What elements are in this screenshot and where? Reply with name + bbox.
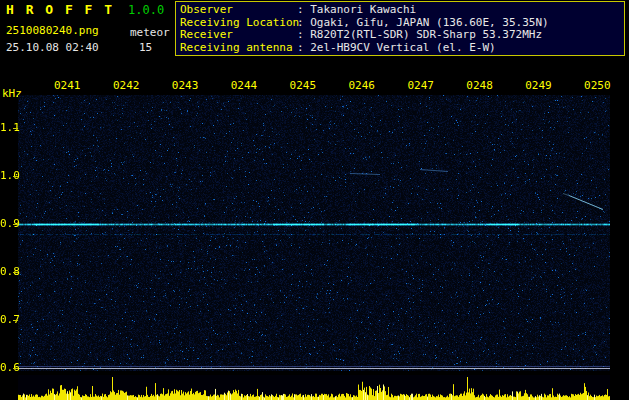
info-label: Receiver <box>180 29 297 42</box>
info-panel: Observer: Takanori Kawachi Receiving Loc… <box>175 1 625 56</box>
x-axis-label: 0245 <box>290 79 317 92</box>
info-row: Receiving antenna: 2el-HB9CV Vertical (e… <box>180 42 624 55</box>
y-axis-tick <box>13 176 18 177</box>
info-value: : R820T2(RTL-SDR) SDR-Sharp 53.372MHz <box>297 28 542 41</box>
x-axis-label: 0241 <box>54 79 81 92</box>
y-axis-tick <box>13 224 18 225</box>
x-axis-label: 0248 <box>466 79 493 92</box>
app-title: H R O F F T <box>6 2 114 17</box>
x-axis-label: 0243 <box>172 79 199 92</box>
x-axis-label: 0242 <box>113 79 140 92</box>
spectrogram-canvas <box>18 95 610 371</box>
info-label: Receiving antenna <box>180 42 297 55</box>
datetime-label: 25.10.08 02:40 <box>6 41 99 54</box>
y-axis-tick <box>13 320 18 321</box>
mode-label: meteor <box>130 26 170 39</box>
level-canvas <box>18 375 610 400</box>
y-axis-tick <box>13 272 18 273</box>
output-filename: 2510080240.png <box>6 24 99 37</box>
app-version: 1.0.0 <box>128 3 164 17</box>
hrofft-screen: H R O F F T 1.0.0 2510080240.png meteor … <box>0 0 629 400</box>
x-axis-label: 0246 <box>349 79 376 92</box>
y-axis-tick <box>13 368 18 369</box>
y-axis-tick <box>13 128 18 129</box>
info-value: : Takanori Kawachi <box>297 3 416 16</box>
x-axis-label: 0244 <box>231 79 258 92</box>
count-label: 15 <box>139 41 152 54</box>
info-label: Observer <box>180 4 297 17</box>
x-axis-label: 0247 <box>407 79 434 92</box>
x-axis-label: 0249 <box>525 79 552 92</box>
info-value: : Ogaki, Gifu, JAPAN (136.60E, 35.35N) <box>297 16 549 29</box>
info-value: : 2el-HB9CV Vertical (el. E-W) <box>297 41 496 54</box>
x-axis-label: 0250 <box>584 79 611 92</box>
